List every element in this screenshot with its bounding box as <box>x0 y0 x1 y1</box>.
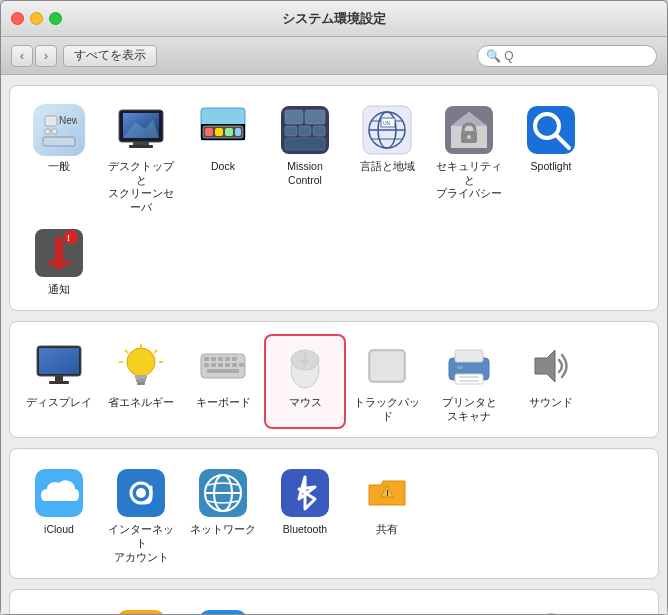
svg-rect-84 <box>455 374 483 384</box>
dock-icon <box>197 104 249 156</box>
icon-item-mouse[interactable]: マウス <box>264 334 346 429</box>
svg-rect-53 <box>39 348 79 374</box>
svg-rect-56 <box>136 379 146 382</box>
energy-label: 省エネルギー <box>108 396 174 410</box>
icon-item-dock[interactable]: Dock <box>182 98 264 221</box>
search-input[interactable] <box>477 45 657 67</box>
svg-point-38 <box>467 135 471 139</box>
internet-icon <box>115 467 167 519</box>
icon-item-energy[interactable]: 省エネルギー <box>100 334 182 429</box>
language-icon: UN <box>361 104 413 156</box>
svg-rect-46 <box>55 265 63 269</box>
window-title: システム環境設定 <box>282 10 386 28</box>
icloud-icon <box>33 467 85 519</box>
svg-rect-1 <box>45 129 50 134</box>
icon-item-security[interactable]: セキュリティとプライバシー <box>428 98 510 221</box>
icon-item-sound[interactable]: サウンド <box>510 334 592 429</box>
svg-rect-52 <box>49 381 69 384</box>
svg-rect-85 <box>459 376 479 378</box>
bluetooth-label: Bluetooth <box>283 523 327 537</box>
svg-point-92 <box>136 488 146 498</box>
notification-label: 通知 <box>48 283 70 297</box>
icon-item-display[interactable]: ディスプレイ <box>18 334 100 429</box>
icon-item-parental[interactable]: ペアレンタルコントロール <box>100 602 182 614</box>
svg-rect-102 <box>117 610 165 614</box>
section-internet: iCloud インターネットアカウント <box>9 448 659 579</box>
back-button[interactable]: ‹ <box>11 45 33 67</box>
trackpad-icon <box>361 340 413 392</box>
icon-item-timemachine[interactable]: TimeMachine <box>510 602 592 614</box>
icon-item-trackpad[interactable]: トラックパッド <box>346 334 428 429</box>
svg-rect-68 <box>232 357 237 361</box>
printer-label: プリンタとスキャナ <box>442 396 497 423</box>
svg-text:New: New <box>59 115 77 126</box>
icloud-label: iCloud <box>44 523 74 537</box>
speech-icon <box>279 608 331 614</box>
icon-item-appstore[interactable]: App Store <box>182 602 264 614</box>
svg-rect-87 <box>457 366 463 369</box>
icon-item-spotlight[interactable]: Spotlight <box>510 98 592 221</box>
icon-item-icloud[interactable]: iCloud <box>18 461 100 570</box>
timemachine-icon <box>525 608 577 614</box>
security-label: セキュリティとプライバシー <box>432 160 506 201</box>
svg-rect-19 <box>285 110 303 124</box>
close-button[interactable] <box>11 12 24 25</box>
general-icon: New <box>33 104 85 156</box>
mission-icon <box>279 104 331 156</box>
forward-button[interactable]: › <box>35 45 57 67</box>
svg-rect-55 <box>135 375 147 379</box>
mouse-label: マウス <box>289 396 322 410</box>
svg-rect-75 <box>207 369 239 373</box>
svg-rect-14 <box>205 128 213 136</box>
icon-item-printer[interactable]: プリンタとスキャナ <box>428 334 510 429</box>
spotlight-label: Spotlight <box>531 160 572 174</box>
icon-item-mission[interactable]: MissionControl <box>264 98 346 221</box>
svg-point-54 <box>127 348 155 376</box>
show-all-button[interactable]: すべてを表示 <box>63 45 157 67</box>
mission-label: MissionControl <box>287 160 323 187</box>
startup-icon <box>443 608 495 614</box>
svg-rect-81 <box>371 352 403 380</box>
sound-icon <box>525 340 577 392</box>
icon-item-users[interactable]: ユーザとグループ <box>18 602 100 614</box>
icon-item-startup[interactable]: 起動ディスク <box>428 602 510 614</box>
svg-rect-21 <box>285 126 297 136</box>
svg-rect-23 <box>313 126 325 136</box>
svg-rect-86 <box>459 380 479 382</box>
icon-item-bluetooth[interactable]: Bluetooth <box>264 461 346 570</box>
minimize-button[interactable] <box>30 12 43 25</box>
icon-item-datetime[interactable]: 18 M T W T 5 6 7 8 日付と時刻 <box>346 602 428 614</box>
svg-rect-45 <box>47 261 71 265</box>
section-system: ユーザとグループ ペアレンタルコント <box>9 589 659 614</box>
icon-item-language[interactable]: UN 言語と地域 <box>346 98 428 221</box>
titlebar: システム環境設定 <box>1 1 667 37</box>
section-hardware: ディスプレイ <box>9 321 659 438</box>
section-personal: New 一般 <box>9 85 659 311</box>
icon-item-sharing[interactable]: ! 共有 <box>346 461 428 570</box>
sharing-label: 共有 <box>376 523 398 537</box>
general-label: 一般 <box>48 160 70 174</box>
icon-item-notification[interactable]: ! 通知 <box>18 221 100 303</box>
desktop-icon <box>115 104 167 156</box>
svg-text:!: ! <box>386 488 389 498</box>
svg-rect-2 <box>52 129 57 134</box>
icon-item-network[interactable]: ネットワーク <box>182 461 264 570</box>
maximize-button[interactable] <box>49 12 62 25</box>
svg-rect-24 <box>285 138 325 150</box>
display-icon <box>33 340 85 392</box>
spotlight-icon <box>525 104 577 156</box>
svg-rect-66 <box>218 357 223 361</box>
users-icon <box>33 608 85 614</box>
nav-buttons: ‹ › <box>11 45 57 67</box>
icon-item-internet[interactable]: インターネットアカウント <box>100 461 182 570</box>
energy-icon <box>115 340 167 392</box>
svg-rect-22 <box>299 126 311 136</box>
icon-item-desktop[interactable]: デスクトップとスクリーンセーバ <box>100 98 182 221</box>
icon-item-keyboard[interactable]: キーボード <box>182 334 264 429</box>
icon-item-general[interactable]: New 一般 <box>18 98 100 221</box>
svg-rect-57 <box>137 382 145 385</box>
svg-rect-65 <box>211 357 216 361</box>
svg-rect-67 <box>225 357 230 361</box>
icon-item-speech[interactable]: 音声入力と読み上げ <box>264 602 346 614</box>
desktop-label: デスクトップとスクリーンセーバ <box>104 160 178 215</box>
